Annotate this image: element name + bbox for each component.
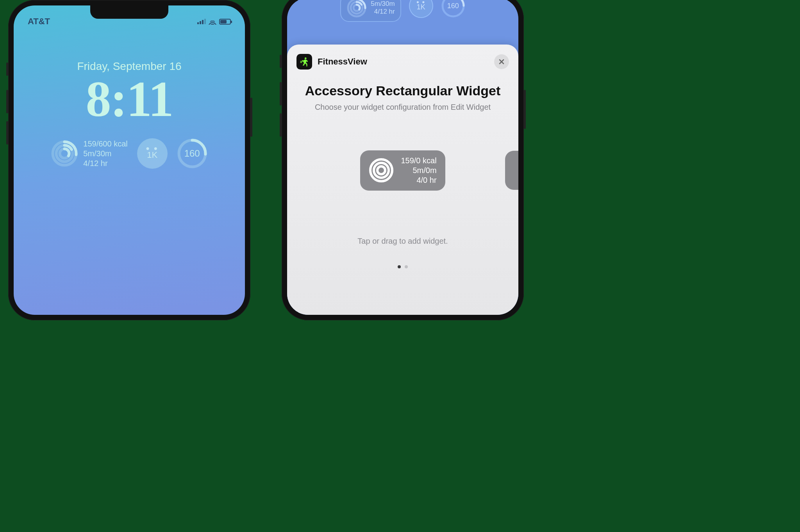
widget-picker-sheet: FitnessView Accessory Rectangular Widget… [287, 45, 518, 315]
screen-left: AT&T Friday, September 16 8:11 [14, 5, 245, 315]
widget-preview[interactable]: 159/0 kcal 5m/0m 4/0 hr [360, 150, 445, 191]
rect-widget[interactable]: 159/600 kcal 5m/30m 4/12 hr [51, 139, 127, 168]
hint-label: Tap or drag to add widget. [296, 237, 509, 246]
lockscreen-time: 8:11 [14, 73, 245, 124]
phone-right: 5m/30m 4/12 hr ● ● 1K 160 [282, 0, 524, 320]
wifi-icon [208, 18, 217, 25]
steps-label: 1K [147, 150, 157, 160]
app-name-label: FitnessView [318, 57, 367, 67]
rect-widget-line3: 4/12 hr [83, 159, 127, 168]
battery-icon [219, 19, 231, 25]
mini-rect-line1: 5m/30m [371, 0, 395, 8]
sheet-title: Accessory Rectangular Widget [296, 84, 509, 98]
activity-rings-icon [51, 140, 78, 167]
rect-widget-line2: 5m/30m [83, 149, 127, 159]
hr-widget[interactable]: 160 [177, 138, 207, 169]
widget-row: 159/600 kcal 5m/30m 4/12 hr ● ● 1K 160 [14, 138, 245, 169]
footsteps-icon: ● ● [146, 147, 159, 150]
steps-widget[interactable]: ● ● 1K [137, 138, 168, 169]
page-dot-2[interactable] [405, 265, 408, 268]
mini-rect-line2: 4/12 hr [371, 8, 395, 16]
status-right [197, 16, 231, 27]
close-button[interactable] [494, 54, 509, 69]
next-widget-peek[interactable] [505, 151, 518, 190]
activity-rings-icon [346, 0, 367, 18]
carrier-label: AT&T [28, 16, 50, 27]
status-bar: AT&T [14, 16, 245, 27]
sheet-app-header: FitnessView [296, 54, 367, 70]
mini-rect-widget[interactable]: 5m/30m 4/12 hr [340, 0, 401, 22]
runner-icon [299, 57, 309, 67]
page-dot-1[interactable] [398, 265, 401, 268]
page-indicator [296, 265, 509, 268]
activity-rings-icon [369, 158, 394, 183]
signal-icon [197, 19, 206, 24]
mini-steps-label: 1K [417, 3, 425, 11]
svg-point-22 [377, 166, 385, 174]
mini-hr-label: 160 [441, 0, 465, 18]
rect-widget-line1: 159/600 kcal [83, 139, 127, 149]
preview-line2: 5m/0m [401, 166, 436, 175]
close-icon [498, 59, 505, 65]
app-icon [296, 54, 312, 70]
phone-left: AT&T Friday, September 16 8:11 [8, 0, 250, 320]
mini-hr-widget[interactable]: 160 [441, 0, 465, 18]
lockscreen-content: Friday, September 16 8:11 [14, 60, 245, 124]
svg-point-20 [374, 163, 389, 178]
mini-steps-widget[interactable]: ● ● 1K [409, 0, 433, 18]
sheet-subtitle: Choose your widget configuration from Ed… [296, 103, 509, 112]
svg-point-16 [305, 57, 307, 59]
preview-line3: 4/0 hr [401, 175, 436, 185]
hr-label: 160 [177, 138, 207, 169]
preview-line1: 159/0 kcal [401, 156, 436, 166]
top-widget-strip: 5m/30m 4/12 hr ● ● 1K 160 [287, 0, 518, 22]
screen-right: 5m/30m 4/12 hr ● ● 1K 160 [287, 0, 518, 315]
